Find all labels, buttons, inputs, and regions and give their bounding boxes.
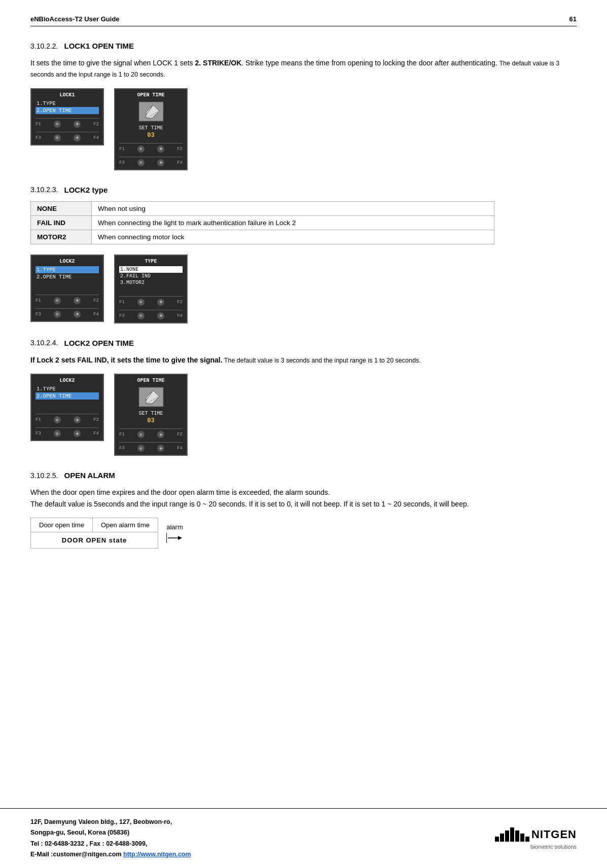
- down-ot[interactable]: ⊙: [137, 159, 145, 166]
- lock2-btns2: F3 ⊙ ⊕ F4: [35, 308, 99, 318]
- left-lk2[interactable]: ⊕: [74, 311, 81, 318]
- left-ot[interactable]: ⊕: [157, 159, 164, 166]
- page-header: eNBioAccess-T2 User Guide 61: [30, 15, 577, 26]
- nitgen-bars: [495, 827, 529, 842]
- open-time-buttons2: F3 ⊙ ⊕ F4: [119, 157, 183, 166]
- header-title: eNBioAccess-T2 User Guide: [30, 15, 120, 23]
- up-ot2[interactable]: ⊙: [137, 431, 145, 438]
- section-3102-heading: 3.10.2.2. LOCK1 OPEN TIME: [30, 42, 577, 50]
- left-btn[interactable]: ⊕: [74, 134, 81, 141]
- f2-ot: F2: [177, 147, 183, 152]
- section-3104-body: If Lock 2 sets FAIL IND, it sets the tim…: [30, 354, 577, 366]
- section-3102-number: 3.10.2.2.: [30, 42, 58, 50]
- lock2-3104-btns2: F3 ⊙ ⊕ F4: [35, 427, 99, 437]
- section-3104: 3.10.2.4. LOCK2 OPEN TIME If Lock 2 sets…: [30, 339, 577, 456]
- left-3104[interactable]: ⊕: [74, 430, 81, 437]
- table-cell-key: FAIL IND: [31, 215, 92, 230]
- diagram-top-row: Door open time Open alarm time: [31, 518, 158, 532]
- up-tp[interactable]: ⊙: [137, 299, 145, 306]
- type-btns2: F3 ⊙ ⊕ F4: [119, 310, 183, 319]
- ot-btns2-3104: F3 ⊙ ⊕ F4: [119, 442, 183, 452]
- right-tp[interactable]: ⊕: [157, 299, 164, 306]
- footer-line4-pre: E-Mail :customer@nitgen.com: [30, 851, 123, 858]
- table-row: NONE When not using: [31, 201, 494, 215]
- table-cell-key: MOTOR2: [31, 230, 92, 244]
- left-tp[interactable]: ⊕: [157, 312, 164, 319]
- body-text-normal2: . Strike type means the time from openin…: [241, 59, 499, 67]
- ot-title-3104: OPEN TIME: [119, 378, 183, 383]
- type-screen-title: TYPE: [119, 259, 183, 264]
- f4-ot2: F4: [177, 446, 183, 451]
- up-3104[interactable]: ⊙: [54, 416, 61, 423]
- right-ot[interactable]: ⊕: [157, 146, 164, 153]
- table-cell-value: When not using: [92, 201, 494, 215]
- device-screens-3103: LOCK2 1.TYPE 2.OPEN TIME F1 ⊙ ⊕ F2 F3 ⊙ …: [30, 255, 577, 323]
- nitgen-subtext: biometric solutions: [530, 844, 577, 850]
- bar-4: [510, 827, 514, 842]
- down-3104[interactable]: ⊙: [54, 430, 61, 437]
- section-3104-title: LOCK2 OPEN TIME: [64, 339, 134, 347]
- page-container: eNBioAccess-T2 User Guide 61 3.10.2.2. L…: [0, 0, 607, 868]
- f1-tp: F1: [119, 300, 125, 305]
- f2-lk2: F2: [93, 298, 99, 303]
- arrow-right-icon: [168, 535, 183, 540]
- body-3104-small: The default value is 3 seconds and the i…: [223, 357, 421, 364]
- section-3105-number: 3.10.2.5.: [30, 472, 58, 480]
- open-time-title: OPEN TIME: [119, 92, 183, 98]
- bar-1: [495, 837, 499, 842]
- nitgen-company-name: NITGEN: [531, 828, 577, 841]
- right-lk2[interactable]: ⊕: [74, 297, 81, 304]
- lock1-item-2: 2.OPEN TIME: [35, 107, 99, 114]
- lock2-3104-item2: 2.OPEN TIME: [35, 392, 99, 400]
- up-ot[interactable]: ⊙: [137, 146, 145, 153]
- bar-6: [520, 834, 524, 842]
- lock1-menu-screen: LOCK1 1.TYPE 2.OPEN TIME F1 ⊙ ⊕ F2 F3 ⊙ …: [30, 88, 104, 146]
- lock1-screen-buttons2: F3 ⊙ ⊕ F4: [35, 132, 99, 141]
- bar-5: [515, 830, 519, 842]
- open-time-screen-3102: OPEN TIME SET TIME 03 F1 ⊙ ⊕ F2: [114, 88, 188, 170]
- ot-btns1-3104: F1 ⊙ ⊕ F2: [119, 428, 183, 438]
- lock2-screen-title: LOCK2: [35, 259, 99, 264]
- table-row: FAIL IND When connecting the light to ma…: [31, 215, 494, 230]
- down-btn[interactable]: ⊙: [54, 134, 61, 141]
- section-3103-number: 3.10.2.3.: [30, 186, 58, 194]
- diagram-box: Door open time Open alarm time DOOR OPEN…: [30, 518, 158, 549]
- svg-marker-9: [178, 536, 182, 540]
- down-tp[interactable]: ⊙: [137, 312, 145, 319]
- down-lk2[interactable]: ⊙: [54, 311, 61, 318]
- open-time-screen-3104: OPEN TIME SET TIME 03 F1 ⊙ ⊕ F2: [114, 374, 188, 456]
- f2-ot2: F2: [177, 432, 183, 437]
- up-lk2[interactable]: ⊙: [54, 297, 61, 304]
- right-ot2[interactable]: ⊕: [157, 431, 164, 438]
- up-btn[interactable]: ⊙: [54, 121, 61, 128]
- table-cell-key: NONE: [31, 201, 92, 215]
- lock2-3104-btns1: F1 ⊙ ⊕ F2: [35, 414, 99, 423]
- section-3105-heading: 3.10.2.5. OPEN ALARM: [30, 471, 577, 480]
- right-3104[interactable]: ⊕: [74, 416, 81, 423]
- right-btn[interactable]: ⊕: [74, 121, 81, 128]
- body-text-bold: 2. STRIKE/OK: [195, 59, 242, 67]
- type-item-2: 2.FAIL IND: [119, 273, 183, 279]
- lock1-item-1: 1.TYPE: [35, 100, 99, 107]
- type-btns1: F1 ⊙ ⊕ F2: [119, 296, 183, 306]
- edit-icon-3104: [138, 386, 164, 408]
- diagram-cell-2: Open alarm time: [93, 518, 158, 532]
- footer-line2: Songpa-gu, Seoul, Korea (05836): [30, 829, 129, 836]
- left-ot2[interactable]: ⊕: [157, 445, 164, 452]
- set-time-label-3104: SET TIME: [119, 411, 183, 416]
- alarm-label: alarm: [166, 523, 183, 531]
- alarm-diagram: Door open time Open alarm time DOOR OPEN…: [30, 518, 577, 549]
- lock2-item-2: 2.OPEN TIME: [35, 273, 99, 280]
- footer-website-link[interactable]: http://www.nitgen.com: [123, 851, 191, 858]
- section-3105-body: When the door open time expires and the …: [30, 487, 577, 510]
- f3-ot2: F3: [119, 446, 125, 451]
- f2-label: F2: [93, 122, 99, 127]
- page-footer: 12F, Daemyung Valeon bldg., 127, Beobwon…: [0, 808, 607, 868]
- f1-3104: F1: [35, 417, 41, 422]
- device-screens-3102: LOCK1 1.TYPE 2.OPEN TIME F1 ⊙ ⊕ F2 F3 ⊙ …: [30, 88, 577, 170]
- bar-3: [505, 830, 509, 842]
- set-time-label-3102: SET TIME: [119, 125, 183, 131]
- f1-ot: F1: [119, 147, 125, 152]
- footer-address: 12F, Daemyung Valeon bldg., 127, Beobwon…: [30, 817, 191, 860]
- down-ot2[interactable]: ⊙: [137, 445, 145, 452]
